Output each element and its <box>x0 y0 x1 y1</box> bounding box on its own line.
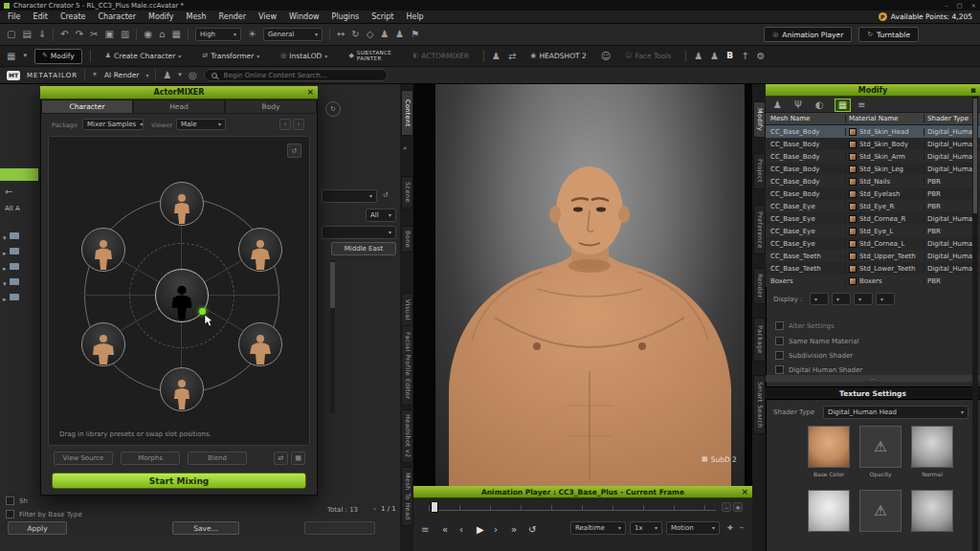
menu-item-plugins[interactable]: Plugins <box>332 12 360 21</box>
character-icon[interactable]: ♟ <box>380 30 389 39</box>
collapse-icon[interactable]: » <box>403 145 407 152</box>
start-mixing-button[interactable]: Start Mixing <box>52 473 306 489</box>
avatar-b-icon[interactable]: ♟ <box>710 52 719 61</box>
tab-visual[interactable]: Visual <box>401 293 413 327</box>
menu-item-mesh[interactable]: Mesh <box>187 12 207 21</box>
mixer-slot-top[interactable] <box>160 182 204 226</box>
menu-item-edit[interactable]: Edit <box>33 12 48 21</box>
material-row[interactable]: CC_Base_EyeStd_Cornea_LDigital_Human Eye <box>766 237 980 250</box>
face-icon[interactable]: ☺ <box>601 52 611 61</box>
move-tool-icon[interactable]: ↔ <box>337 30 345 39</box>
close-icon[interactable]: × <box>741 487 748 496</box>
refresh-button[interactable]: ↻ <box>325 101 341 117</box>
speed-dropdown[interactable]: 1x▾ <box>630 521 662 535</box>
material-row[interactable]: BoxersBoxersPBR <box>766 275 980 287</box>
substance-painter-button[interactable]: ◆ SUBSTANCE PAINTER <box>342 49 398 64</box>
texture-thumb-row2-3[interactable] <box>911 490 953 532</box>
menu-item-create[interactable]: Create <box>60 12 86 21</box>
library-tree-item[interactable]: ▸ <box>3 287 19 305</box>
alter-settings-checkbox[interactable] <box>775 321 784 330</box>
tab-modify[interactable]: Modify <box>753 101 766 138</box>
timeline-zoom-in-button[interactable]: ✚ <box>733 502 743 512</box>
lighting-icon[interactable]: ☀ <box>248 30 256 39</box>
section-collapse-bar[interactable]: — <box>766 375 980 382</box>
avatar-a-icon[interactable]: ♟ <box>694 52 702 61</box>
online-search-box[interactable] <box>204 69 388 81</box>
flag-icon[interactable]: ⚑ <box>411 30 419 39</box>
all-dropdown[interactable]: All▾ <box>366 209 396 222</box>
pose-person-icon[interactable]: ♟ <box>163 71 171 80</box>
playback-mode-dropdown[interactable]: Realtime▾ <box>570 521 626 535</box>
shader-type-dropdown[interactable]: Digital_Human Head▾ <box>823 406 969 419</box>
timeline-handle[interactable] <box>431 501 438 513</box>
scale-tool-icon[interactable]: ◇ <box>367 30 374 39</box>
close-icon[interactable]: × <box>971 2 976 10</box>
motion-dropdown[interactable]: Motion▾ <box>666 521 720 535</box>
texture-thumb-normal[interactable] <box>911 426 953 468</box>
play-button[interactable]: ▶ <box>477 525 484 535</box>
back-icon[interactable]: ← <box>5 187 12 197</box>
digital-human-checkbox[interactable] <box>775 365 784 374</box>
close-icon[interactable]: × <box>306 87 314 97</box>
template-dropdown[interactable]: General ▾ <box>263 28 323 41</box>
mixer-slot-nw[interactable] <box>81 228 125 272</box>
search-input[interactable] <box>222 71 380 80</box>
menu-item-character[interactable]: Character <box>98 12 136 21</box>
save-button[interactable]: Save... <box>172 521 239 535</box>
online-content-icon[interactable]: ◎ <box>189 71 197 80</box>
reset-icon[interactable]: ↺ <box>383 192 389 199</box>
package-dropdown[interactable]: Mixer Samples▾ <box>82 119 144 130</box>
material-row[interactable]: CC_Base_EyeStd_Eye_LPBR <box>766 225 980 237</box>
material-tool-active[interactable]: ▦ <box>835 99 851 112</box>
next-viewer-button[interactable]: › <box>293 119 304 130</box>
transformer-button[interactable]: ⇄ Transformer ▾ <box>195 49 266 64</box>
animation-player-button[interactable]: ◎ Animation Player <box>764 27 852 42</box>
cut-icon[interactable]: ✂ <box>90 30 98 39</box>
upload-icon[interactable]: ↑ <box>741 52 748 61</box>
filter-base-checkbox[interactable] <box>6 510 14 518</box>
grid-view-button[interactable]: ▦ <box>291 452 305 465</box>
camera-icon[interactable]: ◉ <box>144 30 152 39</box>
material-row[interactable]: CC_Base_BodyStd_EyelashPBR <box>766 187 980 200</box>
step-forward-button[interactable]: › <box>494 525 498 535</box>
bones-tool-icon[interactable]: Ψ <box>794 100 802 110</box>
material-row[interactable]: CC_Base_TeethStd_Upper_TeethDigital_Huma… <box>766 250 980 262</box>
menu-item-file[interactable]: File <box>8 12 20 21</box>
material-row[interactable]: CC_Base_BodyStd_NailsPBR <box>766 175 980 187</box>
gear-icon[interactable]: ⚙ <box>757 52 766 61</box>
loop-button[interactable]: ↺ <box>528 525 536 535</box>
material-row[interactable]: CC_Base_BodyStd_Skin_ArmDigital_Human Sk… <box>766 150 980 163</box>
tab-content[interactable]: Content <box>401 90 413 136</box>
texture-thumb-opacity[interactable]: ⚠ <box>859 426 902 468</box>
remove-clip-icon[interactable]: − <box>739 525 745 532</box>
face-tools-button[interactable]: ☺ Face Tools <box>618 49 678 64</box>
quality-dropdown[interactable]: High ▾ <box>195 28 241 41</box>
scrollbar-thumb[interactable] <box>330 262 335 308</box>
tab-character[interactable]: Character <box>41 99 133 114</box>
display-option-2[interactable]: ▾ <box>832 293 851 305</box>
timeline-track[interactable] <box>429 505 716 511</box>
grid-icon[interactable]: ▦ <box>171 30 180 39</box>
view-source-button[interactable]: View Source <box>54 452 113 465</box>
actormixer-button[interactable]: ◐ ACTORMIXER <box>406 49 476 64</box>
texture-thumb-row2-2[interactable]: ⚠ <box>859 490 902 532</box>
avatar-tool-icon[interactable]: ♟ <box>773 100 782 110</box>
menu-item-modify[interactable]: Modify <box>148 12 174 21</box>
instalod-button[interactable]: ◎ InstaLOD ▾ <box>274 49 334 64</box>
chevron-down-icon[interactable]: ▾ <box>23 53 27 59</box>
save-project-icon[interactable]: ⇓ <box>38 30 46 39</box>
right-scrollbar-thumb[interactable] <box>973 99 977 213</box>
tab-facial-profile-editor[interactable]: Facial Profile Editor <box>401 325 413 406</box>
material-row[interactable]: CC_Base_EyeStd_Cornea_RDigital_Human Eye <box>766 212 980 225</box>
wheel-reset-button[interactable]: ↺ <box>287 143 301 158</box>
redo-icon[interactable]: ↷ <box>76 30 83 39</box>
tab-bone[interactable]: Bone <box>401 226 413 253</box>
headshot-button[interactable]: ◉ HEADSHOT 2 <box>523 49 592 64</box>
step-back-button[interactable]: ‹ <box>459 525 463 535</box>
create-character-button[interactable]: ♟ Create Character ▾ <box>99 49 189 64</box>
prev-viewer-button[interactable]: ‹ <box>279 119 291 130</box>
turntable-button[interactable]: ↻ Turntable <box>858 27 919 42</box>
texture-thumb-base-color[interactable] <box>808 426 850 468</box>
material-row[interactable]: CC_Base_EyeStd_Eye_RPBR <box>766 200 980 212</box>
mixer-slot-se[interactable] <box>238 322 282 366</box>
